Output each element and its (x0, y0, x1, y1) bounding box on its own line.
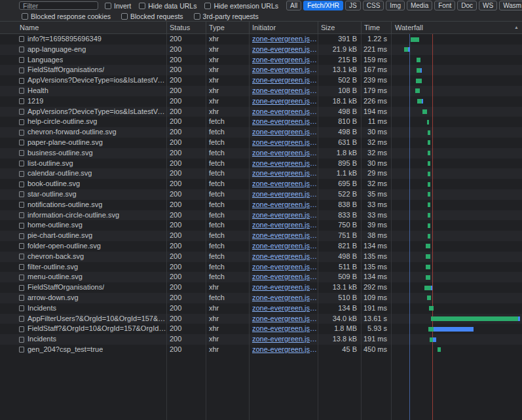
request-name-cell[interactable]: chevron-forward-outline.svg (0, 127, 167, 138)
request-name-cell[interactable]: FieldStaff?&OrgId=10&OrgId=157&OrgId=164… (0, 324, 167, 334)
request-row[interactable]: pie-chart-outline.svg200fetchzone-evergr… (0, 231, 522, 241)
initiator-link[interactable]: zone-evergreen.js:1042 (252, 200, 318, 210)
request-name-cell[interactable]: Incidents (0, 334, 167, 345)
filter-chip-fetch-xhr[interactable]: Fetch/XHR (303, 1, 343, 10)
request-row[interactable]: FieldStaffOrganisations/200xhrzone-everg… (0, 65, 522, 75)
initiator-link[interactable]: zone-evergreen.js:1042 (252, 231, 318, 241)
initiator-link[interactable]: zone-evergreen.js:1042 (252, 272, 318, 282)
initiator-link[interactable]: zone-evergreen.js:1042 (252, 138, 318, 148)
column-header-name[interactable]: Name (0, 22, 167, 33)
request-name-cell[interactable]: star-outline.svg (0, 189, 167, 200)
request-row[interactable]: app-language-eng200xhrzone-evergreen.js:… (0, 45, 522, 55)
request-row[interactable]: FieldStaffOrganisations/200xhrzone-everg… (0, 282, 522, 293)
request-name-cell[interactable]: calendar-outline.svg (0, 168, 167, 179)
request-row[interactable]: help-circle-outline.svg200fetchzone-ever… (0, 117, 522, 127)
request-name-cell[interactable]: arrow-down.svg (0, 293, 167, 303)
initiator-link[interactable]: zone-evergreen.js:1042 (252, 293, 318, 303)
checkbox-box-icon[interactable] (105, 3, 111, 9)
request-name-cell[interactable]: book-outline.svg (0, 179, 167, 189)
checkbox-hide-extension-urls[interactable]: Hide extension URLs (204, 2, 278, 10)
filter-chip-img[interactable]: Img (386, 1, 405, 10)
initiator-link[interactable]: zone-evergreen.js:1042 (252, 179, 318, 189)
checkbox-blocked-requests[interactable]: Blocked requests (121, 12, 183, 20)
filter-chip-doc[interactable]: Doc (457, 1, 477, 10)
column-header-type[interactable]: Type (206, 22, 250, 33)
request-name-cell[interactable]: AppVersions?DeviceType=ios&IsLatestVersi… (0, 107, 167, 117)
request-name-cell[interactable]: filter-outline.svg (0, 262, 167, 273)
initiator-link[interactable]: zone-evergreen.js:2952 (252, 86, 318, 96)
request-name-cell[interactable]: pie-chart-outline.svg (0, 231, 167, 241)
request-row[interactable]: AppVersions?DeviceType=ios&IsLatestVersi… (0, 107, 522, 117)
initiator-link[interactable]: zone-evergreen.js:1042 (252, 148, 318, 159)
request-row[interactable]: Languages200xhrzone-evergreen.js:2952215… (0, 55, 522, 66)
filter-chip-css[interactable]: CSS (363, 1, 384, 10)
column-header-status[interactable]: Status (167, 22, 206, 33)
initiator-link[interactable]: zone-evergreen.js:1042 (252, 168, 318, 179)
checkbox-box-icon[interactable] (139, 3, 145, 9)
initiator-link[interactable]: zone-evergreen.js:2952 (252, 282, 318, 293)
request-name-cell[interactable]: Languages (0, 55, 167, 66)
filter-chip-font[interactable]: Font (434, 1, 455, 10)
request-name-cell[interactable]: menu-outline.svg (0, 272, 167, 282)
column-header-time[interactable]: Time (362, 22, 392, 33)
request-row[interactable]: chevron-forward-outline.svg200fetchzone-… (0, 127, 522, 138)
filter-chip-ws[interactable]: WS (479, 1, 497, 10)
request-row[interactable]: AppFilterUsers?&OrgId=10&OrgId=157&OrgId… (0, 314, 522, 324)
request-row[interactable]: chevron-back.svg200fetchzone-evergreen.j… (0, 252, 522, 262)
initiator-link[interactable]: zone-evergreen.js:2952 (252, 324, 318, 334)
request-row[interactable]: arrow-down.svg200fetchzone-evergreen.js:… (0, 293, 522, 303)
request-name-cell[interactable]: help-circle-outline.svg (0, 117, 167, 127)
request-name-cell[interactable]: gen_204?csp_test=true (0, 345, 167, 355)
request-row[interactable]: list-outline.svg200fetchzone-evergreen.j… (0, 159, 522, 169)
request-row[interactable]: filter-outline.svg200fetchzone-evergreen… (0, 262, 522, 273)
request-name-cell[interactable]: Incidents (0, 303, 167, 314)
request-row[interactable]: calendar-outline.svg200fetchzone-evergre… (0, 168, 522, 179)
request-name-cell[interactable]: home-outline.svg (0, 220, 167, 231)
checkbox-hide-data-urls[interactable]: Hide data URLs (139, 2, 196, 10)
request-row[interactable]: star-outline.svg200fetchzone-evergreen.j… (0, 189, 522, 200)
checkbox-box-icon[interactable] (22, 13, 28, 20)
initiator-link[interactable]: zone-evergreen.js:1042 (252, 117, 318, 127)
initiator-link[interactable]: zone-evergreen.js:1042 (252, 189, 318, 200)
checkbox-box-icon[interactable] (121, 13, 128, 20)
column-header-initiator[interactable]: Initiator (250, 22, 318, 33)
initiator-link[interactable]: zone-evergreen.js:2952 (252, 75, 318, 86)
request-name-cell[interactable]: info?t=1695895696349 (0, 34, 167, 45)
column-header-waterfall[interactable]: Waterfall ▲ (392, 22, 522, 33)
filter-chip-wasm[interactable]: Wasm (499, 1, 522, 10)
request-name-cell[interactable]: list-outline.svg (0, 159, 167, 169)
initiator-link[interactable]: zone-evergreen.js:2952 (252, 107, 318, 117)
initiator-link[interactable]: zone-evergreen.js:1042 (252, 220, 318, 231)
request-row[interactable]: notifications-outline.svg200fetchzone-ev… (0, 200, 522, 210)
filter-chip-media[interactable]: Media (407, 1, 432, 10)
initiator-link[interactable]: zone-evergreen.js:2952 (252, 303, 318, 314)
initiator-link[interactable]: zone-evergreen.js:2952 (252, 334, 318, 345)
initiator-link[interactable]: zone-evergreen.js:2952 (252, 345, 318, 355)
request-name-cell[interactable]: chevron-back.svg (0, 252, 167, 262)
initiator-link[interactable]: zone-evergreen.js:2952 (252, 55, 318, 66)
request-row[interactable]: FieldStaff?&OrgId=10&OrgId=157&OrgId=164… (0, 324, 522, 334)
request-name-cell[interactable]: business-outline.svg (0, 148, 167, 159)
initiator-link[interactable]: zone-evergreen.js:2952 (252, 34, 318, 45)
request-name-cell[interactable]: Health (0, 86, 167, 96)
request-row[interactable]: information-circle-outline.svg200fetchzo… (0, 210, 522, 221)
request-name-cell[interactable]: AppVersions?DeviceType=ios&IsLatestVersi… (0, 75, 167, 86)
initiator-link[interactable]: zone-evergreen.js:1042 (252, 241, 318, 252)
initiator-link[interactable]: zone-evergreen.js:1042 (252, 262, 318, 273)
initiator-link[interactable]: zone-evergreen.js:2952 (252, 65, 318, 75)
checkbox-3rd-party-requests[interactable]: 3rd-party requests (194, 12, 259, 20)
request-row[interactable]: book-outline.svg200fetchzone-evergreen.j… (0, 179, 522, 189)
request-row[interactable]: folder-open-outline.svg200fetchzone-ever… (0, 241, 522, 252)
request-name-cell[interactable]: 1219 (0, 96, 167, 107)
request-name-cell[interactable]: AppFilterUsers?&OrgId=10&OrgId=157&OrgId… (0, 314, 167, 324)
checkbox-blocked-response-cookies[interactable]: Blocked response cookies (22, 12, 111, 20)
request-row[interactable]: paper-plane-outline.svg200fetchzone-ever… (0, 138, 522, 148)
initiator-link[interactable]: zone-evergreen.js:1042 (252, 159, 318, 169)
request-name-cell[interactable]: FieldStaffOrganisations/ (0, 65, 167, 75)
request-name-cell[interactable]: paper-plane-outline.svg (0, 138, 167, 148)
request-name-cell[interactable]: FieldStaffOrganisations/ (0, 282, 167, 293)
request-row[interactable]: menu-outline.svg200fetchzone-evergreen.j… (0, 272, 522, 282)
filter-chip-js[interactable]: JS (345, 1, 361, 10)
filter-chip-all[interactable]: All (286, 1, 301, 10)
request-row[interactable]: business-outline.svg200fetchzone-evergre… (0, 148, 522, 159)
